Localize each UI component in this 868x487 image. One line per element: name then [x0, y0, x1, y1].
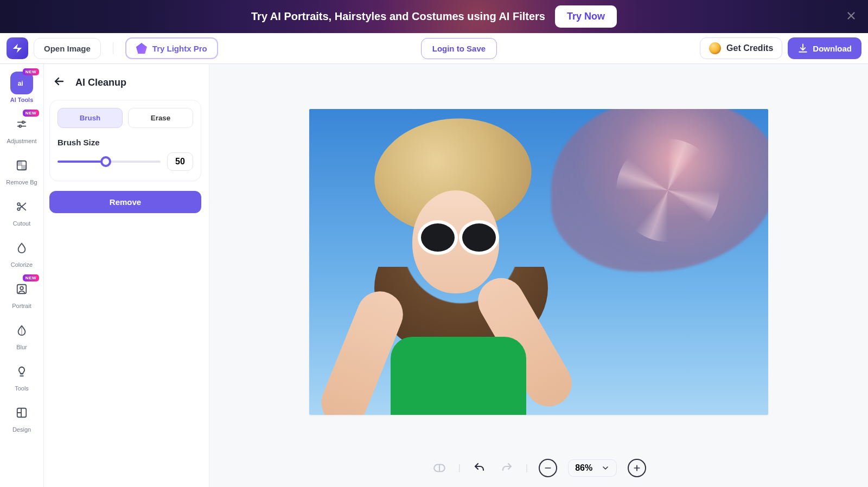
rail-portrait[interactable]: NEW Portrait	[0, 277, 43, 310]
rail-colorize[interactable]: Colorize	[0, 235, 43, 269]
pro-icon	[136, 43, 147, 54]
rail-blur[interactable]: Blur	[0, 318, 43, 351]
ai-icon: ai	[16, 77, 28, 89]
mode-segmented: Brush Erase	[58, 108, 193, 128]
back-button[interactable]	[53, 75, 66, 90]
brush-size-slider[interactable]	[58, 156, 161, 167]
rail-label: AI Tools	[10, 97, 34, 103]
undo-button[interactable]	[471, 460, 488, 476]
rail-label: Remove Bg	[6, 179, 37, 185]
brush-card: Brush Erase Brush Size 50	[49, 100, 201, 181]
panel-title: AI Cleanup	[75, 77, 126, 88]
rail-cutout[interactable]: Cutout	[0, 194, 43, 228]
try-pro-label: Try Lightx Pro	[152, 44, 207, 53]
brush-size-value[interactable]: 50	[167, 152, 193, 171]
promo-try-now-button[interactable]: Try Now	[555, 5, 617, 28]
zoom-value: 86%	[575, 463, 592, 473]
app-logo[interactable]	[7, 37, 28, 59]
rail-label: Colorize	[11, 261, 33, 268]
zoom-in-button[interactable]	[628, 459, 646, 477]
promo-text: Try AI Portraits, Hairstyles and Costume…	[251, 10, 545, 23]
erase-tab[interactable]: Erase	[128, 108, 193, 128]
droplet-icon	[16, 242, 28, 254]
rail-label: Design	[12, 426, 31, 433]
canvas-controls: | | 86%	[209, 449, 868, 487]
portrait-icon	[16, 283, 28, 295]
brush-size-label: Brush Size	[58, 138, 193, 147]
coin-icon	[709, 42, 721, 54]
rail-remove-bg[interactable]: Remove Bg	[0, 153, 43, 187]
blur-icon	[16, 324, 28, 336]
arrow-left-icon	[53, 75, 66, 88]
login-to-save-button[interactable]: Login to Save	[421, 38, 497, 59]
try-pro-button[interactable]: Try Lightx Pro	[125, 37, 218, 59]
close-icon[interactable]	[845, 10, 857, 24]
compare-icon	[432, 461, 446, 475]
compare-toggle[interactable]	[431, 460, 448, 476]
redo-button[interactable]	[499, 460, 515, 476]
svg-point-9	[20, 286, 23, 290]
rail-adjustment[interactable]: NEW Adjustment	[0, 112, 43, 145]
promo-banner: Try AI Portraits, Hairstyles and Costume…	[0, 0, 868, 33]
download-icon	[797, 43, 808, 54]
rail-label: Portrait	[12, 303, 31, 309]
rail-label: Tools	[15, 385, 29, 392]
layout-icon	[16, 407, 28, 419]
download-button[interactable]: Download	[788, 37, 861, 59]
image-canvas[interactable]	[309, 109, 768, 415]
svg-rect-5	[22, 165, 26, 170]
separator	[113, 42, 113, 54]
scissors-icon	[16, 201, 28, 213]
open-image-button[interactable]: Open Image	[34, 38, 101, 59]
chevron-down-icon	[601, 464, 610, 472]
new-badge: NEW	[23, 110, 39, 117]
zoom-out-button[interactable]	[539, 459, 557, 477]
rail-ai-tools[interactable]: NEW ai AI Tools	[0, 71, 43, 104]
bulb-icon	[16, 366, 28, 377]
separator: |	[526, 463, 528, 473]
new-badge: NEW	[23, 274, 39, 281]
separator: |	[458, 463, 461, 473]
get-credits-label: Get Credits	[726, 43, 773, 53]
sliders-icon	[16, 118, 28, 130]
mask-overlay-star	[616, 139, 719, 242]
rail-label: Blur	[16, 344, 27, 350]
rail-design[interactable]: Design	[0, 400, 43, 434]
top-toolbar: Open Image Try Lightx Pro Login to Save …	[0, 33, 868, 64]
svg-text:ai: ai	[18, 80, 23, 87]
rail-label: Adjustment	[7, 138, 36, 144]
redo-icon	[500, 462, 513, 475]
download-label: Download	[813, 44, 852, 53]
get-credits-button[interactable]: Get Credits	[700, 37, 782, 59]
settings-panel: AI Cleanup Brush Erase Brush Size 50 Rem…	[44, 64, 209, 487]
tool-rail: NEW ai AI Tools NEW Adjustment Remove Bg…	[0, 64, 44, 487]
rail-label: Cutout	[13, 220, 30, 227]
undo-icon	[473, 462, 486, 475]
canvas-area: | | 86%	[209, 64, 868, 487]
rail-tools[interactable]: Tools	[0, 359, 43, 393]
svg-rect-4	[17, 161, 22, 165]
plus-icon	[633, 464, 641, 472]
zoom-dropdown[interactable]: 86%	[568, 459, 617, 477]
new-badge: NEW	[23, 68, 39, 75]
minus-icon	[544, 464, 552, 472]
remove-button[interactable]: Remove	[49, 191, 201, 213]
brush-tab[interactable]: Brush	[58, 108, 123, 128]
checker-icon	[16, 159, 28, 171]
